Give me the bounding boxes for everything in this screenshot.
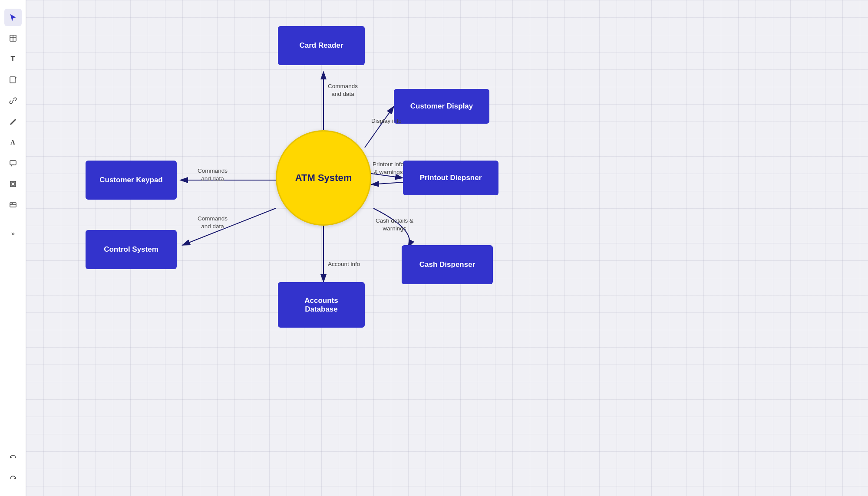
redo-tool[interactable] [4,470,22,487]
diagram: ATM System Card Reader Customer Keypad C… [26,0,868,496]
font-tool[interactable]: A [4,134,22,151]
card-reader-label: Card Reader [299,41,343,50]
text-tool[interactable]: T [4,50,22,68]
card-reader-node[interactable]: Card Reader [278,26,365,65]
cash-dispenser-node[interactable]: Cash Dispenser [402,245,493,284]
label-keypad-arrow: Commands and data [198,167,228,182]
label-cash-arrow: Cash details & warnings [376,217,413,232]
arrow-printout-left [371,182,403,184]
svg-point-9 [12,203,13,204]
canvas[interactable]: ATM System Card Reader Customer Keypad C… [26,0,868,496]
control-system-node[interactable]: Control System [86,230,177,269]
control-system-label: Control System [104,245,158,254]
embed-tool[interactable] [4,196,22,214]
customer-keypad-label: Customer Keypad [99,176,162,184]
svg-point-8 [10,203,11,204]
divider [7,219,20,219]
undo-tool[interactable] [4,449,22,466]
atm-system-label: ATM System [295,172,352,184]
toolbar: T A [0,0,26,496]
comment-tool[interactable] [4,154,22,172]
printout-dispenser-node[interactable]: Printout Diepsner [403,161,498,195]
cash-dispenser-label: Cash Dispenser [419,260,475,269]
printout-dispenser-label: Printout Diepsner [420,174,482,182]
svg-rect-3 [10,77,15,83]
label-display-arrow: Display info [371,117,402,125]
customer-keypad-node[interactable]: Customer Keypad [86,161,177,200]
accounts-database-node[interactable]: Accounts Database [278,282,365,328]
label-card-reader-arrow: Commands and data [328,82,358,98]
label-accounts-arrow: Account info [328,260,360,268]
atm-system-node[interactable]: ATM System [276,130,371,226]
arrow-display [365,106,394,148]
label-printout-arrow: Printout info & warnings [373,161,404,176]
arrow-control [182,208,276,245]
cursor-tool[interactable] [4,9,22,26]
link-tool[interactable] [4,92,22,109]
customer-display-node[interactable]: Customer Display [394,89,489,124]
note-tool[interactable] [4,71,22,89]
label-control-arrow: Commands and data [198,215,228,230]
svg-rect-4 [10,161,16,165]
svg-rect-6 [12,183,14,185]
accounts-database-label: Accounts Database [304,296,338,314]
svg-rect-5 [10,181,16,187]
table-tool[interactable] [4,30,22,47]
frame-tool[interactable] [4,175,22,193]
customer-display-label: Customer Display [410,102,473,111]
more-tool[interactable]: » [4,224,22,242]
pen-tool[interactable] [4,113,22,130]
